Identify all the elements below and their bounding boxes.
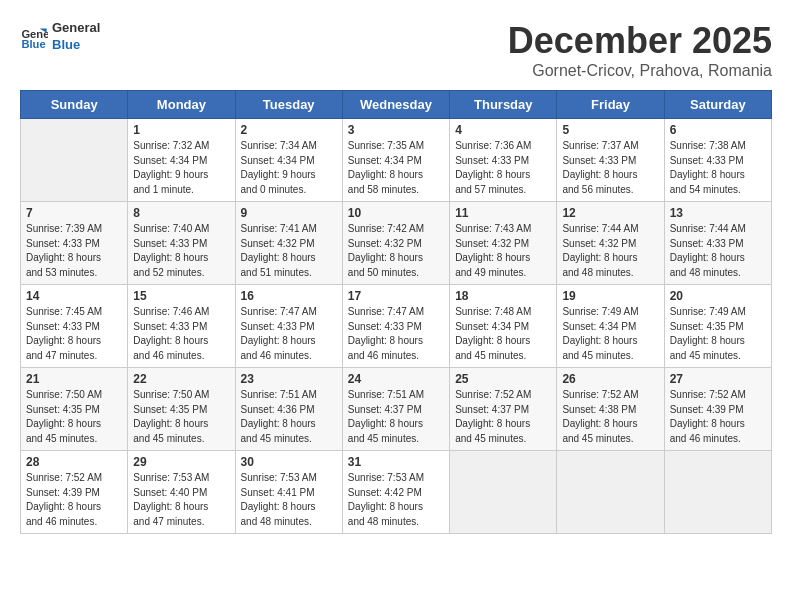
calendar-cell: 6Sunrise: 7:38 AMSunset: 4:33 PMDaylight… xyxy=(664,119,771,202)
day-number: 29 xyxy=(133,455,229,469)
calendar-cell: 8Sunrise: 7:40 AMSunset: 4:33 PMDaylight… xyxy=(128,202,235,285)
day-header-wednesday: Wednesday xyxy=(342,91,449,119)
day-info: Sunrise: 7:53 AMSunset: 4:40 PMDaylight:… xyxy=(133,471,229,529)
title-block: December 2025 Gornet-Cricov, Prahova, Ro… xyxy=(508,20,772,80)
svg-text:Blue: Blue xyxy=(21,38,45,50)
calendar-cell: 12Sunrise: 7:44 AMSunset: 4:32 PMDayligh… xyxy=(557,202,664,285)
day-info: Sunrise: 7:52 AMSunset: 4:39 PMDaylight:… xyxy=(670,388,766,446)
day-info: Sunrise: 7:52 AMSunset: 4:38 PMDaylight:… xyxy=(562,388,658,446)
day-number: 25 xyxy=(455,372,551,386)
calendar-cell: 14Sunrise: 7:45 AMSunset: 4:33 PMDayligh… xyxy=(21,285,128,368)
day-info: Sunrise: 7:52 AMSunset: 4:39 PMDaylight:… xyxy=(26,471,122,529)
day-header-monday: Monday xyxy=(128,91,235,119)
day-header-tuesday: Tuesday xyxy=(235,91,342,119)
page-header: General Blue General Blue December 2025 … xyxy=(20,20,772,80)
day-number: 19 xyxy=(562,289,658,303)
week-row-2: 7Sunrise: 7:39 AMSunset: 4:33 PMDaylight… xyxy=(21,202,772,285)
day-number: 6 xyxy=(670,123,766,137)
day-info: Sunrise: 7:44 AMSunset: 4:32 PMDaylight:… xyxy=(562,222,658,280)
day-number: 21 xyxy=(26,372,122,386)
logo-line2: Blue xyxy=(52,37,100,54)
day-info: Sunrise: 7:37 AMSunset: 4:33 PMDaylight:… xyxy=(562,139,658,197)
day-info: Sunrise: 7:36 AMSunset: 4:33 PMDaylight:… xyxy=(455,139,551,197)
day-info: Sunrise: 7:44 AMSunset: 4:33 PMDaylight:… xyxy=(670,222,766,280)
day-info: Sunrise: 7:38 AMSunset: 4:33 PMDaylight:… xyxy=(670,139,766,197)
week-row-5: 28Sunrise: 7:52 AMSunset: 4:39 PMDayligh… xyxy=(21,451,772,534)
day-info: Sunrise: 7:50 AMSunset: 4:35 PMDaylight:… xyxy=(133,388,229,446)
calendar-cell: 26Sunrise: 7:52 AMSunset: 4:38 PMDayligh… xyxy=(557,368,664,451)
day-number: 13 xyxy=(670,206,766,220)
day-info: Sunrise: 7:49 AMSunset: 4:34 PMDaylight:… xyxy=(562,305,658,363)
day-number: 27 xyxy=(670,372,766,386)
day-number: 4 xyxy=(455,123,551,137)
calendar-cell: 13Sunrise: 7:44 AMSunset: 4:33 PMDayligh… xyxy=(664,202,771,285)
day-info: Sunrise: 7:43 AMSunset: 4:32 PMDaylight:… xyxy=(455,222,551,280)
day-info: Sunrise: 7:46 AMSunset: 4:33 PMDaylight:… xyxy=(133,305,229,363)
day-info: Sunrise: 7:51 AMSunset: 4:37 PMDaylight:… xyxy=(348,388,444,446)
calendar-cell: 27Sunrise: 7:52 AMSunset: 4:39 PMDayligh… xyxy=(664,368,771,451)
calendar-cell: 15Sunrise: 7:46 AMSunset: 4:33 PMDayligh… xyxy=(128,285,235,368)
week-row-1: 1Sunrise: 7:32 AMSunset: 4:34 PMDaylight… xyxy=(21,119,772,202)
calendar-cell: 20Sunrise: 7:49 AMSunset: 4:35 PMDayligh… xyxy=(664,285,771,368)
day-info: Sunrise: 7:47 AMSunset: 4:33 PMDaylight:… xyxy=(241,305,337,363)
day-header-friday: Friday xyxy=(557,91,664,119)
week-row-3: 14Sunrise: 7:45 AMSunset: 4:33 PMDayligh… xyxy=(21,285,772,368)
day-info: Sunrise: 7:32 AMSunset: 4:34 PMDaylight:… xyxy=(133,139,229,197)
calendar-cell: 22Sunrise: 7:50 AMSunset: 4:35 PMDayligh… xyxy=(128,368,235,451)
day-number: 15 xyxy=(133,289,229,303)
day-info: Sunrise: 7:53 AMSunset: 4:42 PMDaylight:… xyxy=(348,471,444,529)
calendar-cell: 4Sunrise: 7:36 AMSunset: 4:33 PMDaylight… xyxy=(450,119,557,202)
calendar-cell: 31Sunrise: 7:53 AMSunset: 4:42 PMDayligh… xyxy=(342,451,449,534)
day-number: 2 xyxy=(241,123,337,137)
calendar-table: SundayMondayTuesdayWednesdayThursdayFrid… xyxy=(20,90,772,534)
day-number: 16 xyxy=(241,289,337,303)
calendar-cell xyxy=(450,451,557,534)
calendar-cell xyxy=(664,451,771,534)
day-info: Sunrise: 7:52 AMSunset: 4:37 PMDaylight:… xyxy=(455,388,551,446)
day-header-saturday: Saturday xyxy=(664,91,771,119)
calendar-subtitle: Gornet-Cricov, Prahova, Romania xyxy=(508,62,772,80)
day-info: Sunrise: 7:42 AMSunset: 4:32 PMDaylight:… xyxy=(348,222,444,280)
day-info: Sunrise: 7:50 AMSunset: 4:35 PMDaylight:… xyxy=(26,388,122,446)
day-number: 18 xyxy=(455,289,551,303)
day-info: Sunrise: 7:39 AMSunset: 4:33 PMDaylight:… xyxy=(26,222,122,280)
day-info: Sunrise: 7:41 AMSunset: 4:32 PMDaylight:… xyxy=(241,222,337,280)
day-number: 22 xyxy=(133,372,229,386)
day-header-sunday: Sunday xyxy=(21,91,128,119)
day-number: 23 xyxy=(241,372,337,386)
calendar-cell: 18Sunrise: 7:48 AMSunset: 4:34 PMDayligh… xyxy=(450,285,557,368)
calendar-cell: 21Sunrise: 7:50 AMSunset: 4:35 PMDayligh… xyxy=(21,368,128,451)
day-number: 28 xyxy=(26,455,122,469)
calendar-cell: 9Sunrise: 7:41 AMSunset: 4:32 PMDaylight… xyxy=(235,202,342,285)
day-number: 10 xyxy=(348,206,444,220)
calendar-cell: 23Sunrise: 7:51 AMSunset: 4:36 PMDayligh… xyxy=(235,368,342,451)
day-number: 14 xyxy=(26,289,122,303)
week-row-4: 21Sunrise: 7:50 AMSunset: 4:35 PMDayligh… xyxy=(21,368,772,451)
day-info: Sunrise: 7:35 AMSunset: 4:34 PMDaylight:… xyxy=(348,139,444,197)
calendar-header-row: SundayMondayTuesdayWednesdayThursdayFrid… xyxy=(21,91,772,119)
calendar-title: December 2025 xyxy=(508,20,772,62)
day-number: 1 xyxy=(133,123,229,137)
logo-line1: General xyxy=(52,20,100,37)
calendar-cell: 25Sunrise: 7:52 AMSunset: 4:37 PMDayligh… xyxy=(450,368,557,451)
day-number: 12 xyxy=(562,206,658,220)
calendar-cell: 10Sunrise: 7:42 AMSunset: 4:32 PMDayligh… xyxy=(342,202,449,285)
day-number: 8 xyxy=(133,206,229,220)
day-info: Sunrise: 7:48 AMSunset: 4:34 PMDaylight:… xyxy=(455,305,551,363)
calendar-cell xyxy=(21,119,128,202)
calendar-cell: 7Sunrise: 7:39 AMSunset: 4:33 PMDaylight… xyxy=(21,202,128,285)
day-number: 5 xyxy=(562,123,658,137)
calendar-cell: 3Sunrise: 7:35 AMSunset: 4:34 PMDaylight… xyxy=(342,119,449,202)
calendar-cell: 1Sunrise: 7:32 AMSunset: 4:34 PMDaylight… xyxy=(128,119,235,202)
calendar-cell: 30Sunrise: 7:53 AMSunset: 4:41 PMDayligh… xyxy=(235,451,342,534)
day-header-thursday: Thursday xyxy=(450,91,557,119)
calendar-cell: 19Sunrise: 7:49 AMSunset: 4:34 PMDayligh… xyxy=(557,285,664,368)
calendar-cell: 17Sunrise: 7:47 AMSunset: 4:33 PMDayligh… xyxy=(342,285,449,368)
calendar-cell: 5Sunrise: 7:37 AMSunset: 4:33 PMDaylight… xyxy=(557,119,664,202)
day-info: Sunrise: 7:34 AMSunset: 4:34 PMDaylight:… xyxy=(241,139,337,197)
day-number: 7 xyxy=(26,206,122,220)
day-number: 24 xyxy=(348,372,444,386)
day-number: 3 xyxy=(348,123,444,137)
day-info: Sunrise: 7:53 AMSunset: 4:41 PMDaylight:… xyxy=(241,471,337,529)
day-info: Sunrise: 7:49 AMSunset: 4:35 PMDaylight:… xyxy=(670,305,766,363)
